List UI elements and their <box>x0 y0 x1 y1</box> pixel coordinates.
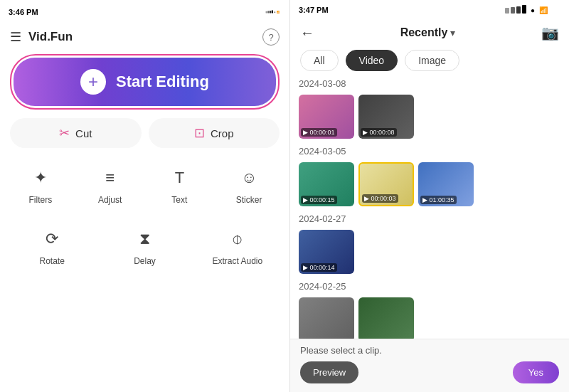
tab-image[interactable]: Image <box>405 50 459 71</box>
scissors-icon: ✂ <box>59 125 70 141</box>
video-duration: ▶ 01:00:35 <box>420 196 457 204</box>
thumbnail-row-2: ▶ 00:00:15 ▶ 00:00:03 ▶ 01:00:35 <box>299 162 560 206</box>
date-label-4: 2024-02-25 <box>299 281 560 292</box>
svg-rect-3 <box>272 11 273 14</box>
thumbnail-item[interactable] <box>358 297 414 339</box>
svg-rect-2 <box>270 11 271 13</box>
video-duration: ▶ 00:00:01 <box>301 128 337 137</box>
start-editing-button[interactable]: + Start Editing <box>14 58 276 106</box>
please-select-text: Please select a clip. <box>300 345 559 356</box>
svg-rect-8 <box>516 6 521 14</box>
video-duration: ▶ 00:00:15 <box>301 196 337 204</box>
svg-rect-0 <box>266 11 267 14</box>
header-left: ☰ Vid.Fun ? <box>0 23 289 51</box>
filters-tool[interactable]: ✦ Filters <box>7 158 74 212</box>
video-duration: ▶ 00:00:14 <box>301 263 337 272</box>
date-group-2: 2024-03-05 ▶ 00:00:15 ▶ 00:00:03 ▶ 01:00… <box>299 146 560 206</box>
text-label: Text <box>171 195 187 205</box>
rotate-tool[interactable]: ⟳ Rotate <box>7 219 97 273</box>
adjust-icon: ≡ <box>97 165 123 191</box>
text-tool[interactable]: T Text <box>147 158 213 212</box>
tab-video[interactable]: Video <box>346 50 398 71</box>
date-label-2: 2024-03-05 <box>299 146 560 157</box>
left-panel: 3:46 PM ● 📶 ☰ Vid.Fun ? + Start Editing <box>0 0 290 392</box>
tools-grid-2: ⟳ Rotate ⧗ Delay ⌽ Extract Audio <box>7 219 282 273</box>
svg-rect-9 <box>522 5 526 14</box>
extract-audio-label: Extract Audio <box>212 256 262 266</box>
plus-icon: + <box>80 69 106 95</box>
thumbnail-item[interactable]: ▶ 01:00:35 <box>418 162 474 206</box>
video-duration: ▶ 00:00:03 <box>362 194 398 203</box>
svg-rect-6 <box>505 8 509 14</box>
thumbnail-item[interactable]: ▶ 00:00:08 <box>358 95 414 139</box>
tabs-row: All Video Image <box>290 48 569 78</box>
sticker-label: Sticker <box>236 195 262 205</box>
delay-label: Delay <box>134 256 156 266</box>
thumbnail-item[interactable]: ▶ 00:00:01 <box>299 95 354 139</box>
back-button[interactable]: ← <box>300 26 314 40</box>
thumbnail-item[interactable]: ▶ 00:00:15 <box>299 162 354 206</box>
start-editing-container: + Start Editing <box>10 54 280 110</box>
status-icons-right: ● 📶 <box>504 4 560 16</box>
text-icon: T <box>166 165 192 191</box>
svg-text:📶: 📶 <box>539 6 548 15</box>
date-label-3: 2024-02-27 <box>299 213 560 224</box>
svg-rect-1 <box>267 11 269 13</box>
crop-icon: ⊡ <box>194 125 205 141</box>
status-icons-left: ● 📶 <box>265 4 281 20</box>
app-title: Vid.Fun <box>28 30 73 44</box>
date-group-1: 2024-03-08 ▶ 00:00:01 ▶ 00:00:08 <box>299 78 560 139</box>
cut-label: Cut <box>75 127 92 139</box>
tools-grid-1: ✦ Filters ≡ Adjust T Text ☺ Sticker <box>7 158 282 212</box>
thumbnail-item[interactable]: ▶ 00:00:14 <box>299 230 354 274</box>
rotate-icon: ⟳ <box>39 226 65 252</box>
time-right: 3:47 PM <box>299 6 329 14</box>
svg-text:●: ● <box>531 6 535 14</box>
filters-label: Filters <box>29 195 53 205</box>
time-left: 3:46 PM <box>9 8 38 16</box>
start-editing-label: Start Editing <box>116 73 209 91</box>
svg-text:●: ● <box>274 11 275 14</box>
hamburger-icon[interactable]: ☰ <box>10 29 21 45</box>
svg-rect-7 <box>511 7 515 14</box>
help-icon[interactable]: ? <box>262 28 280 46</box>
recently-label: Recently <box>400 26 448 39</box>
sticker-tool[interactable]: ☺ Sticker <box>216 158 282 212</box>
yes-button[interactable]: Yes <box>513 361 559 383</box>
date-group-3: 2024-02-27 ▶ 00:00:14 <box>299 213 560 274</box>
thumbnail-row-1: ▶ 00:00:01 ▶ 00:00:08 <box>299 95 560 139</box>
delay-tool[interactable]: ⧗ Delay <box>100 219 189 273</box>
status-bar-right: 3:47 PM ● 📶 <box>290 0 569 18</box>
bottom-buttons: Preview Yes <box>300 361 559 383</box>
extract-audio-tool[interactable]: ⌽ Extract Audio <box>193 219 282 273</box>
delay-icon: ⧗ <box>132 226 157 252</box>
svg-text:📶: 📶 <box>277 11 280 14</box>
filters-icon: ✦ <box>28 165 53 191</box>
date-label-1: 2024-03-08 <box>299 78 560 89</box>
tab-all[interactable]: All <box>300 50 339 71</box>
crop-button[interactable]: ⊡ Crop <box>149 118 280 148</box>
chevron-down-icon: ▾ <box>450 27 455 38</box>
adjust-tool[interactable]: ≡ Adjust <box>77 158 144 212</box>
date-group-4: 2024-02-25 <box>299 281 560 339</box>
thumbnail-row-4 <box>299 297 560 339</box>
cut-button[interactable]: ✂ Cut <box>10 118 142 148</box>
header-right: ← Recently ▾ 📷 <box>290 18 569 48</box>
sticker-icon: ☺ <box>236 165 262 191</box>
thumbnail-row-3: ▶ 00:00:14 <box>299 230 560 274</box>
media-scroll[interactable]: 2024-03-08 ▶ 00:00:01 ▶ 00:00:08 2024-03… <box>290 78 569 339</box>
thumbnail-item[interactable] <box>299 297 354 339</box>
camera-icon[interactable]: 📷 <box>541 24 559 41</box>
rotate-label: Rotate <box>39 256 64 266</box>
preview-button[interactable]: Preview <box>300 361 358 383</box>
right-panel: 3:47 PM ● 📶 ← Recently ▾ 📷 All Video Ima… <box>290 0 569 392</box>
header-left-group: ☰ Vid.Fun <box>10 29 73 45</box>
extract-audio-icon: ⌽ <box>225 226 250 252</box>
thumbnail-item[interactable]: ▶ 00:00:03 <box>358 162 414 206</box>
adjust-label: Adjust <box>98 195 122 205</box>
status-bar-left: 3:46 PM ● 📶 <box>0 0 289 23</box>
video-duration: ▶ 00:00:08 <box>361 128 397 137</box>
bottom-bar: Please select a clip. Preview Yes <box>290 339 569 392</box>
cut-crop-row: ✂ Cut ⊡ Crop <box>10 118 280 148</box>
recently-dropdown[interactable]: Recently ▾ <box>400 26 456 39</box>
